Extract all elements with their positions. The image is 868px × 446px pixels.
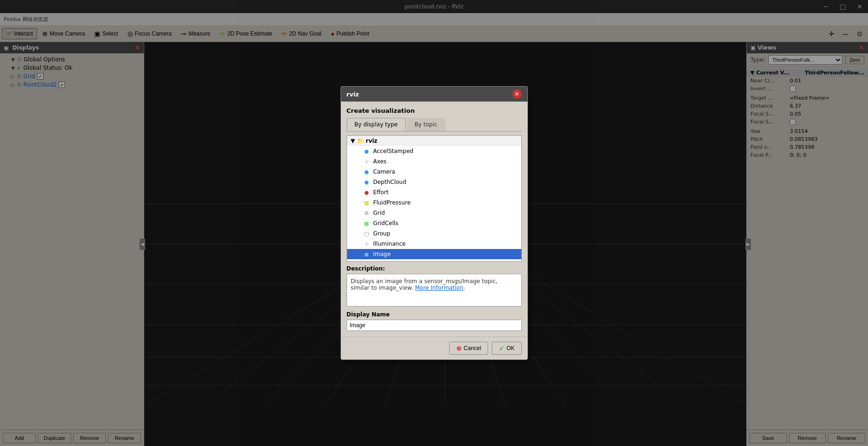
tab-topic[interactable]: By topic xyxy=(407,118,445,131)
image-label: Image xyxy=(373,251,391,257)
dialog-body: Create visualization By display type By … xyxy=(341,102,527,336)
dialog-title-bar: rviz ✕ xyxy=(341,87,527,102)
accelstamped-icon: ● xyxy=(363,147,371,155)
ok-label: OK xyxy=(506,345,514,351)
camera-label: Camera xyxy=(373,168,395,175)
vis-item-axes[interactable]: ⊹ Axes xyxy=(347,156,521,167)
ok-button[interactable]: ✓ OK xyxy=(492,342,521,355)
vis-item-depthcloud[interactable]: ● DepthCloud xyxy=(347,177,521,187)
effort-icon: ● xyxy=(363,189,371,196)
cancel-label: Cancel xyxy=(464,345,481,351)
create-visualization-dialog: rviz ✕ Create visualization By display t… xyxy=(341,86,528,360)
vis-item-group[interactable]: ▢ Group xyxy=(347,228,521,239)
display-name-label: Display Name xyxy=(347,311,522,318)
vis-item-fluidpressure[interactable]: ▦ FluidPressure xyxy=(347,197,521,208)
vis-item-interactivemarkers[interactable]: ⊞ InteractiveMarkers xyxy=(347,259,521,262)
axes-label: Axes xyxy=(373,158,387,165)
depthcloud-icon: ● xyxy=(363,178,371,186)
axes-icon: ⊹ xyxy=(363,158,371,165)
illuminance-icon: ⊹ xyxy=(363,240,371,248)
root-expand-icon: ▼ xyxy=(351,138,355,144)
grid-vis-label: Grid xyxy=(373,210,385,216)
grid-vis-icon: ⊞ xyxy=(363,209,371,217)
dialog-header: Create visualization xyxy=(347,107,522,114)
description-section: Description: Displays an image from a se… xyxy=(347,265,522,307)
fluidpressure-icon: ▦ xyxy=(363,199,371,206)
vis-item-camera[interactable]: ● Camera xyxy=(347,167,521,177)
gridcells-label: GridCells xyxy=(373,220,399,227)
display-name-input[interactable] xyxy=(347,320,522,331)
cancel-button[interactable]: ⊗ Cancel xyxy=(449,342,488,355)
description-label: Description: xyxy=(347,265,522,272)
depthcloud-label: DepthCloud xyxy=(373,179,407,185)
fluidpressure-label: FluidPressure xyxy=(373,199,411,206)
vis-item-illuminance[interactable]: ⊹ Illuminance xyxy=(347,239,521,249)
camera-icon: ● xyxy=(363,168,371,175)
vis-tree-root-label: rviz xyxy=(366,138,378,144)
ok-icon: ✓ xyxy=(499,344,504,352)
dialog-close-button[interactable]: ✕ xyxy=(512,89,522,99)
group-icon: ▢ xyxy=(363,230,371,237)
interactivemarkers-icon: ⊞ xyxy=(363,261,371,262)
vis-tree-root[interactable]: ▼ 📁 rviz xyxy=(347,136,521,146)
vis-item-effort[interactable]: ● Effort xyxy=(347,187,521,197)
vis-item-gridcells[interactable]: ▦ GridCells xyxy=(347,218,521,228)
effort-label: Effort xyxy=(373,189,389,196)
interactivemarkers-label: InteractiveMarkers xyxy=(373,261,426,262)
tab-display-type[interactable]: By display type xyxy=(347,118,406,131)
vis-item-accelstamped[interactable]: ● AccelStamped xyxy=(347,146,521,156)
description-box: Displays an image from a sensor_msgs/Ima… xyxy=(347,274,522,307)
vis-tree[interactable]: ▼ 📁 rviz ● AccelStamped ⊹ Axes ● xyxy=(347,135,522,262)
image-icon: ● xyxy=(363,250,371,258)
modal-overlay: rviz ✕ Create visualization By display t… xyxy=(0,0,868,446)
display-name-section: Display Name xyxy=(347,311,522,331)
root-folder-icon: 📁 xyxy=(357,138,364,144)
vis-item-image[interactable]: ● Image xyxy=(347,249,521,259)
group-label: Group xyxy=(373,230,391,237)
dialog-tabs: By display type By topic xyxy=(347,118,522,132)
dialog-title: rviz xyxy=(347,91,359,98)
vis-item-grid[interactable]: ⊞ Grid xyxy=(347,208,521,218)
illuminance-label: Illuminance xyxy=(373,241,406,247)
gridcells-icon: ▦ xyxy=(363,219,371,227)
description-link[interactable]: More Information xyxy=(415,285,463,291)
accelstamped-label: AccelStamped xyxy=(373,148,414,154)
cancel-icon: ⊗ xyxy=(456,344,462,352)
dialog-buttons: ⊗ Cancel ✓ OK xyxy=(341,336,527,359)
